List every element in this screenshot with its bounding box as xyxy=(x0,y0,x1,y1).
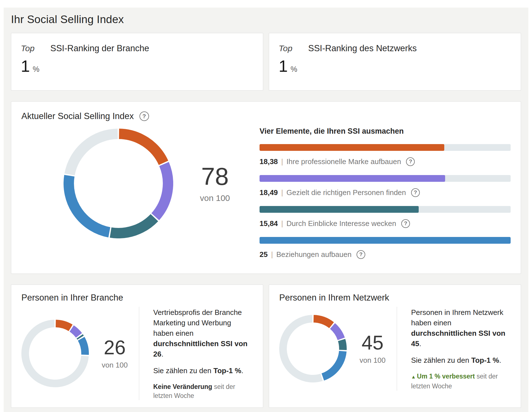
network-rank-number: 1 xyxy=(279,58,288,74)
industry-people-title: Personen in Ihrer Branche xyxy=(21,293,253,303)
bar-value: 15,84 xyxy=(260,218,278,229)
industry-ranking-value: 1 % xyxy=(21,58,253,74)
industry-donut-chart xyxy=(21,320,89,387)
help-icon[interactable]: ? xyxy=(357,250,365,259)
people-row: Personen in Ihrer Branche 26 von 100 Ver… xyxy=(11,285,521,408)
bar-track-insights xyxy=(260,206,511,213)
help-icon[interactable]: ? xyxy=(406,157,415,166)
network-text-block: Personen in Ihrem Netzwerk haben einen d… xyxy=(397,307,511,391)
ssi-components-section: Vier Elemente, die Ihren SSI ausmachen 1… xyxy=(260,111,511,264)
bar-fill-professional-brand xyxy=(260,144,444,151)
bar-label-find-people: 18,49 | Gezielt die richtigen Personen f… xyxy=(260,187,511,198)
industry-top-percent: Sie zählen zu den Top-1 %. xyxy=(153,366,253,376)
up-triangle-icon: ▲ xyxy=(411,374,416,380)
network-rank-unit: % xyxy=(290,65,297,74)
help-icon[interactable]: ? xyxy=(401,219,410,228)
bar-value: 18,49 xyxy=(260,187,278,198)
bar-fill-insights xyxy=(260,206,419,213)
network-description: Personen in Ihrem Netzwerk haben einen d… xyxy=(411,307,511,349)
network-trend: ▲Um 1 % verbessert seit der letzten Woch… xyxy=(411,372,511,391)
network-top-percent: Sie zählen zu den Top-1 %. xyxy=(411,355,511,366)
network-people-title: Personen in Ihrem Netzwerk xyxy=(279,293,511,303)
rank-top-label: Top xyxy=(21,44,35,53)
industry-score-block: 26 von 100 xyxy=(96,338,133,370)
current-ssi-card: Aktueller Social Selling Index ? 78 von … xyxy=(11,101,521,274)
ssi-dashboard-panel: Ihr Social Selling Index Top SSI-Ranking… xyxy=(4,8,528,412)
industry-donut-block: 26 von 100 xyxy=(21,320,133,387)
bar-track-find-people xyxy=(260,175,511,182)
bar-separator: | xyxy=(271,249,273,259)
bar-track-professional-brand xyxy=(260,144,511,151)
ssi-score-block: 78 von 100 xyxy=(200,164,230,203)
ssi-score: 78 xyxy=(200,164,230,189)
bar-text: Durch Einblicke Interesse wecken xyxy=(287,218,396,229)
industry-description: Vertriebsprofis der Branche Marketing un… xyxy=(153,307,253,359)
industry-rank-unit: % xyxy=(33,65,39,74)
bar-label-insights: 15,84 | Durch Einblicke Interesse wecken… xyxy=(260,218,511,229)
bar-fill-relationships xyxy=(260,237,511,244)
ssi-score-max: von 100 xyxy=(200,193,230,203)
network-score-max: von 100 xyxy=(354,356,391,365)
bar-text: Beziehungen aufbauen xyxy=(276,249,351,259)
bar-fill-find-people xyxy=(260,175,445,182)
network-donut-chart xyxy=(279,315,347,382)
bar-separator: | xyxy=(281,156,283,167)
network-score: 45 xyxy=(354,333,391,353)
network-people-card: Personen in Ihrem Netzwerk 45 von 100 Pe… xyxy=(269,285,521,408)
bar-text: Ihre professionelle Marke aufbauen xyxy=(287,156,401,167)
bar-value: 25 xyxy=(260,249,268,259)
industry-ranking-card: Top SSI-Ranking der Branche 1 % xyxy=(11,33,263,91)
bar-track-relationships xyxy=(260,237,511,244)
current-ssi-title: Aktueller Social Selling Index xyxy=(21,111,134,121)
bar-label-professional-brand: 18,38 | Ihre professionelle Marke aufbau… xyxy=(260,156,511,167)
components-title: Vier Elemente, die Ihren SSI ausmachen xyxy=(260,127,511,136)
industry-text-block: Vertriebsprofis der Branche Marketing un… xyxy=(139,307,253,400)
help-icon[interactable]: ? xyxy=(139,111,149,121)
bar-separator: | xyxy=(281,187,283,198)
industry-people-card: Personen in Ihrer Branche 26 von 100 Ver… xyxy=(11,285,263,408)
industry-ranking-title: SSI-Ranking der Branche xyxy=(50,43,149,53)
industry-score: 26 xyxy=(96,338,133,357)
industry-trend: Keine Veränderung seit der letzten Woche xyxy=(153,382,253,400)
bar-text: Gezielt die richtigen Personen finden xyxy=(287,187,406,198)
network-ranking-header: Top SSI-Ranking des Netzwerks xyxy=(279,43,511,53)
network-score-block: 45 von 100 xyxy=(354,333,391,365)
page-title: Ihr Social Selling Index xyxy=(11,13,521,26)
industry-ranking-header: Top SSI-Ranking der Branche xyxy=(21,43,253,53)
network-donut-block: 45 von 100 xyxy=(279,315,391,382)
network-ranking-value: 1 % xyxy=(279,58,511,74)
current-ssi-donut-section: Aktueller Social Selling Index ? 78 von … xyxy=(21,111,260,264)
industry-rank-number: 1 xyxy=(21,58,30,74)
network-ranking-title: SSI-Ranking des Netzwerks xyxy=(308,43,417,53)
rank-top-label: Top xyxy=(279,44,292,53)
network-ranking-card: Top SSI-Ranking des Netzwerks 1 % xyxy=(269,33,521,91)
help-icon[interactable]: ? xyxy=(411,188,420,197)
industry-score-max: von 100 xyxy=(96,361,133,370)
ranking-row: Top SSI-Ranking der Branche 1 % Top SSI-… xyxy=(11,33,521,91)
ssi-donut-chart xyxy=(64,129,173,238)
bar-separator: | xyxy=(281,218,283,229)
bar-value: 18,38 xyxy=(260,156,278,167)
bar-label-relationships: 25 | Beziehungen aufbauen ? xyxy=(260,249,511,259)
